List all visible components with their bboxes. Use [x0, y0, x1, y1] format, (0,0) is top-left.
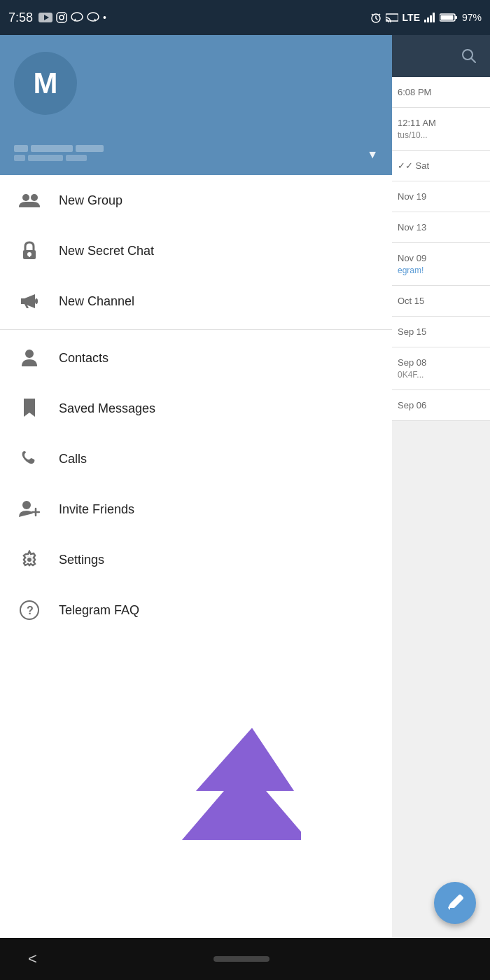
phone-block-3	[66, 155, 87, 161]
phone-blocks	[14, 155, 104, 161]
chat-ts-1: 6:08 PM	[392, 77, 490, 108]
svg-rect-15	[455, 16, 457, 19]
menu-item-new-channel[interactable]: New Channel	[0, 276, 392, 326]
chat-ts-10: Sep 06	[392, 390, 490, 421]
ts-time: Sep 08	[398, 357, 482, 368]
menu-item-invite-friends[interactable]: Invite Friends	[0, 484, 392, 534]
person-add-icon	[17, 497, 42, 522]
bottom-navigation-bar: <	[0, 938, 490, 980]
menu-item-new-group[interactable]: New Group	[0, 175, 392, 226]
battery-icon	[440, 13, 458, 22]
ts-sub: egram!	[398, 265, 482, 275]
svg-point-5	[71, 13, 83, 21]
compose-fab-button[interactable]	[434, 882, 476, 924]
svg-point-3	[59, 15, 64, 20]
username-block	[14, 145, 104, 161]
menu-label-calls: Calls	[59, 452, 87, 467]
back-button[interactable]: <	[28, 950, 37, 968]
lock-icon	[17, 238, 42, 263]
dot-indicator: •	[103, 12, 106, 23]
avatar-letter: M	[34, 67, 58, 100]
menu-label-saved-messages: Saved Messages	[59, 401, 155, 416]
cast-icon	[386, 13, 398, 22]
menu-item-contacts[interactable]: Contacts	[0, 333, 392, 383]
account-dropdown-arrow[interactable]: ▼	[367, 149, 378, 161]
ts-time: 12:11 AM	[398, 118, 482, 128]
ts-time: Sep 15	[398, 326, 482, 337]
svg-point-23	[25, 350, 34, 358]
chat-ts-7: Oct 15	[392, 286, 490, 317]
user-info	[14, 145, 378, 161]
avatar: M	[14, 52, 77, 115]
menu-label-settings: Settings	[59, 553, 104, 567]
menu-label-invite-friends: Invite Friends	[59, 502, 134, 517]
status-bar: 7:58 •	[0, 0, 490, 35]
chat-list-background: 6:08 PM 12:11 AM tus/10... ✓✓ Sat Nov 19…	[392, 77, 490, 938]
menu-label-new-secret-chat: New Secret Chat	[59, 244, 154, 258]
name-block-2	[31, 145, 73, 152]
menu-label-new-group: New Group	[59, 193, 122, 208]
svg-point-27	[27, 558, 31, 562]
phone-block-1	[14, 155, 25, 161]
drawer-menu-list: New Group New Secret Chat	[0, 175, 392, 938]
menu-label-contacts: Contacts	[59, 351, 108, 366]
alarm-icon	[370, 12, 382, 23]
bookmark-icon	[17, 396, 42, 421]
chat-ts-9: Sep 08 0K4F...	[392, 347, 490, 390]
svg-text:?: ?	[27, 605, 34, 616]
chat-ts-5: Nov 13	[392, 212, 490, 243]
chat-ts-2: 12:11 AM tus/10...	[392, 108, 490, 151]
time-display: 7:58	[8, 11, 33, 25]
name-blocks	[14, 145, 104, 152]
pencil-icon	[446, 894, 464, 912]
svg-point-17	[22, 194, 29, 201]
battery-percent: 97%	[462, 12, 482, 23]
ts-time: Nov 09	[398, 253, 482, 263]
drawer-header: M ▼	[0, 35, 392, 175]
person-icon	[17, 345, 42, 371]
name-block-3	[76, 145, 104, 152]
svg-point-18	[31, 194, 38, 201]
menu-label-new-channel: New Channel	[59, 294, 134, 309]
menu-item-saved-messages[interactable]: Saved Messages	[0, 383, 392, 434]
menu-item-settings[interactable]: Settings	[0, 534, 392, 585]
notification-icons: •	[38, 12, 106, 23]
menu-item-telegram-faq[interactable]: ? Telegram FAQ	[0, 585, 392, 635]
svg-rect-12	[433, 13, 435, 22]
message-icon	[71, 12, 83, 23]
chat-ts-3: ✓✓ Sat	[392, 151, 490, 181]
svg-rect-14	[440, 15, 453, 20]
message2-icon	[87, 12, 99, 23]
youtube-icon	[38, 13, 52, 22]
ts-sub: 0K4F...	[398, 370, 482, 380]
status-time: 7:58 •	[8, 11, 106, 25]
ts-time: Nov 19	[398, 191, 482, 202]
phone-icon	[17, 446, 42, 471]
phone-block-2	[28, 155, 63, 161]
gear-icon	[17, 547, 42, 572]
instagram-icon	[56, 12, 67, 23]
section-divider-1	[0, 329, 392, 330]
svg-rect-10	[427, 18, 429, 22]
navigation-drawer: M ▼	[0, 35, 392, 938]
megaphone-icon	[17, 289, 42, 314]
svg-point-22	[35, 298, 38, 304]
signal-icon	[424, 13, 435, 22]
help-icon: ?	[17, 598, 42, 623]
svg-point-24	[22, 501, 31, 509]
menu-label-telegram-faq: Telegram FAQ	[59, 603, 139, 618]
status-right-icons: LTE 97%	[370, 12, 482, 23]
svg-rect-2	[57, 13, 66, 22]
ts-sub: tus/10...	[398, 130, 482, 140]
menu-item-new-secret-chat[interactable]: New Secret Chat	[0, 226, 392, 276]
ts-time: ✓✓ Sat	[398, 160, 482, 171]
svg-point-4	[64, 14, 65, 15]
search-icon[interactable]	[461, 48, 477, 64]
home-indicator	[214, 956, 270, 962]
ts-time: Nov 13	[398, 222, 482, 233]
svg-rect-21	[29, 254, 30, 257]
lte-label: LTE	[402, 12, 420, 23]
chat-ts-6: Nov 09 egram!	[392, 243, 490, 286]
menu-item-calls[interactable]: Calls	[0, 434, 392, 484]
name-block-1	[14, 145, 28, 152]
